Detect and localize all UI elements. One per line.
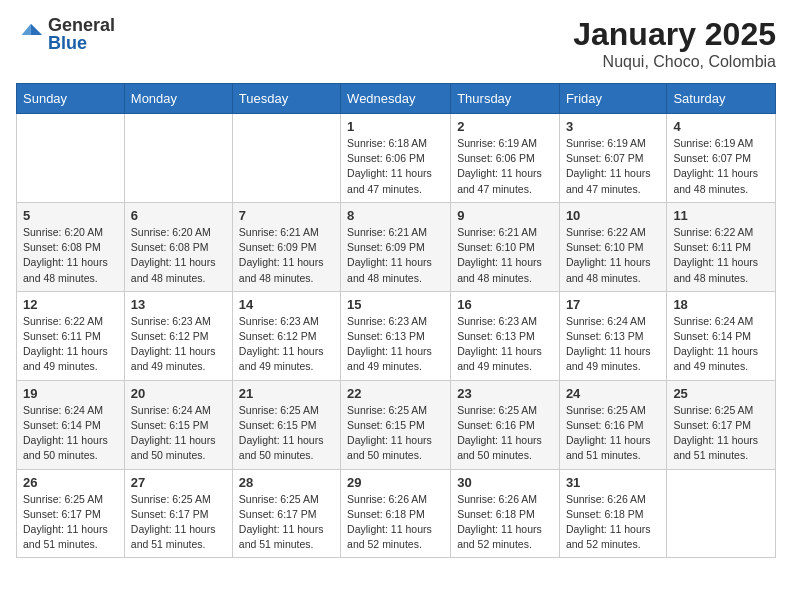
day-info: Sunrise: 6:22 AM Sunset: 6:10 PM Dayligh…	[566, 225, 661, 286]
day-number: 2	[457, 119, 553, 134]
calendar-header: SundayMondayTuesdayWednesdayThursdayFrid…	[17, 84, 776, 114]
day-number: 24	[566, 386, 661, 401]
day-info: Sunrise: 6:23 AM Sunset: 6:13 PM Dayligh…	[457, 314, 553, 375]
day-info: Sunrise: 6:24 AM Sunset: 6:14 PM Dayligh…	[23, 403, 118, 464]
day-number: 10	[566, 208, 661, 223]
day-number: 9	[457, 208, 553, 223]
calendar-day-28: 28Sunrise: 6:25 AM Sunset: 6:17 PM Dayli…	[232, 469, 340, 558]
day-info: Sunrise: 6:25 AM Sunset: 6:15 PM Dayligh…	[347, 403, 444, 464]
day-number: 20	[131, 386, 226, 401]
day-number: 28	[239, 475, 334, 490]
day-info: Sunrise: 6:25 AM Sunset: 6:16 PM Dayligh…	[566, 403, 661, 464]
calendar-day-3: 3Sunrise: 6:19 AM Sunset: 6:07 PM Daylig…	[559, 114, 667, 203]
calendar-day-25: 25Sunrise: 6:25 AM Sunset: 6:17 PM Dayli…	[667, 380, 776, 469]
calendar-day-9: 9Sunrise: 6:21 AM Sunset: 6:10 PM Daylig…	[451, 202, 560, 291]
calendar-day-31: 31Sunrise: 6:26 AM Sunset: 6:18 PM Dayli…	[559, 469, 667, 558]
calendar-week-row: 5Sunrise: 6:20 AM Sunset: 6:08 PM Daylig…	[17, 202, 776, 291]
day-number: 25	[673, 386, 769, 401]
calendar-day-13: 13Sunrise: 6:23 AM Sunset: 6:12 PM Dayli…	[124, 291, 232, 380]
calendar-day-24: 24Sunrise: 6:25 AM Sunset: 6:16 PM Dayli…	[559, 380, 667, 469]
logo-general-text: General	[48, 16, 115, 34]
calendar-week-row: 19Sunrise: 6:24 AM Sunset: 6:14 PM Dayli…	[17, 380, 776, 469]
calendar-day-7: 7Sunrise: 6:21 AM Sunset: 6:09 PM Daylig…	[232, 202, 340, 291]
logo-text: General Blue	[48, 16, 115, 52]
svg-marker-0	[31, 24, 42, 35]
day-info: Sunrise: 6:25 AM Sunset: 6:17 PM Dayligh…	[673, 403, 769, 464]
calendar-day-14: 14Sunrise: 6:23 AM Sunset: 6:12 PM Dayli…	[232, 291, 340, 380]
calendar-day-22: 22Sunrise: 6:25 AM Sunset: 6:15 PM Dayli…	[341, 380, 451, 469]
day-info: Sunrise: 6:21 AM Sunset: 6:09 PM Dayligh…	[347, 225, 444, 286]
calendar-day-21: 21Sunrise: 6:25 AM Sunset: 6:15 PM Dayli…	[232, 380, 340, 469]
day-number: 14	[239, 297, 334, 312]
weekday-header-wednesday: Wednesday	[341, 84, 451, 114]
weekday-header-tuesday: Tuesday	[232, 84, 340, 114]
day-info: Sunrise: 6:24 AM Sunset: 6:13 PM Dayligh…	[566, 314, 661, 375]
day-number: 7	[239, 208, 334, 223]
day-info: Sunrise: 6:23 AM Sunset: 6:12 PM Dayligh…	[239, 314, 334, 375]
day-info: Sunrise: 6:23 AM Sunset: 6:13 PM Dayligh…	[347, 314, 444, 375]
calendar-day-20: 20Sunrise: 6:24 AM Sunset: 6:15 PM Dayli…	[124, 380, 232, 469]
day-number: 6	[131, 208, 226, 223]
calendar-subtitle: Nuqui, Choco, Colombia	[573, 53, 776, 71]
day-info: Sunrise: 6:25 AM Sunset: 6:16 PM Dayligh…	[457, 403, 553, 464]
calendar-table: SundayMondayTuesdayWednesdayThursdayFrid…	[16, 83, 776, 558]
calendar-day-12: 12Sunrise: 6:22 AM Sunset: 6:11 PM Dayli…	[17, 291, 125, 380]
calendar-day-4: 4Sunrise: 6:19 AM Sunset: 6:07 PM Daylig…	[667, 114, 776, 203]
day-number: 31	[566, 475, 661, 490]
day-info: Sunrise: 6:19 AM Sunset: 6:07 PM Dayligh…	[566, 136, 661, 197]
calendar-day-18: 18Sunrise: 6:24 AM Sunset: 6:14 PM Dayli…	[667, 291, 776, 380]
day-number: 26	[23, 475, 118, 490]
day-number: 15	[347, 297, 444, 312]
day-number: 30	[457, 475, 553, 490]
day-number: 3	[566, 119, 661, 134]
day-number: 23	[457, 386, 553, 401]
logo: General Blue	[16, 16, 115, 52]
day-number: 19	[23, 386, 118, 401]
weekday-header-monday: Monday	[124, 84, 232, 114]
day-info: Sunrise: 6:18 AM Sunset: 6:06 PM Dayligh…	[347, 136, 444, 197]
day-info: Sunrise: 6:26 AM Sunset: 6:18 PM Dayligh…	[457, 492, 553, 553]
calendar-empty-cell	[667, 469, 776, 558]
calendar-day-2: 2Sunrise: 6:19 AM Sunset: 6:06 PM Daylig…	[451, 114, 560, 203]
day-info: Sunrise: 6:25 AM Sunset: 6:17 PM Dayligh…	[239, 492, 334, 553]
calendar-day-5: 5Sunrise: 6:20 AM Sunset: 6:08 PM Daylig…	[17, 202, 125, 291]
day-number: 22	[347, 386, 444, 401]
day-number: 21	[239, 386, 334, 401]
calendar-day-1: 1Sunrise: 6:18 AM Sunset: 6:06 PM Daylig…	[341, 114, 451, 203]
calendar-day-17: 17Sunrise: 6:24 AM Sunset: 6:13 PM Dayli…	[559, 291, 667, 380]
svg-marker-1	[22, 24, 31, 35]
weekday-header-sunday: Sunday	[17, 84, 125, 114]
calendar-day-19: 19Sunrise: 6:24 AM Sunset: 6:14 PM Dayli…	[17, 380, 125, 469]
day-info: Sunrise: 6:20 AM Sunset: 6:08 PM Dayligh…	[131, 225, 226, 286]
calendar-week-row: 1Sunrise: 6:18 AM Sunset: 6:06 PM Daylig…	[17, 114, 776, 203]
day-info: Sunrise: 6:26 AM Sunset: 6:18 PM Dayligh…	[566, 492, 661, 553]
logo-blue-text: Blue	[48, 34, 115, 52]
day-number: 11	[673, 208, 769, 223]
calendar-day-15: 15Sunrise: 6:23 AM Sunset: 6:13 PM Dayli…	[341, 291, 451, 380]
day-info: Sunrise: 6:26 AM Sunset: 6:18 PM Dayligh…	[347, 492, 444, 553]
calendar-week-row: 26Sunrise: 6:25 AM Sunset: 6:17 PM Dayli…	[17, 469, 776, 558]
calendar-empty-cell	[124, 114, 232, 203]
day-info: Sunrise: 6:24 AM Sunset: 6:15 PM Dayligh…	[131, 403, 226, 464]
title-block: January 2025 Nuqui, Choco, Colombia	[573, 16, 776, 71]
logo-icon	[16, 20, 44, 48]
day-info: Sunrise: 6:20 AM Sunset: 6:08 PM Dayligh…	[23, 225, 118, 286]
day-number: 1	[347, 119, 444, 134]
day-number: 12	[23, 297, 118, 312]
weekday-header-saturday: Saturday	[667, 84, 776, 114]
calendar-empty-cell	[17, 114, 125, 203]
day-info: Sunrise: 6:22 AM Sunset: 6:11 PM Dayligh…	[673, 225, 769, 286]
calendar-day-29: 29Sunrise: 6:26 AM Sunset: 6:18 PM Dayli…	[341, 469, 451, 558]
day-info: Sunrise: 6:25 AM Sunset: 6:17 PM Dayligh…	[131, 492, 226, 553]
calendar-week-row: 12Sunrise: 6:22 AM Sunset: 6:11 PM Dayli…	[17, 291, 776, 380]
day-number: 17	[566, 297, 661, 312]
day-number: 27	[131, 475, 226, 490]
weekday-header-thursday: Thursday	[451, 84, 560, 114]
calendar-title: January 2025	[573, 16, 776, 53]
day-info: Sunrise: 6:22 AM Sunset: 6:11 PM Dayligh…	[23, 314, 118, 375]
day-number: 13	[131, 297, 226, 312]
calendar-day-6: 6Sunrise: 6:20 AM Sunset: 6:08 PM Daylig…	[124, 202, 232, 291]
calendar-day-26: 26Sunrise: 6:25 AM Sunset: 6:17 PM Dayli…	[17, 469, 125, 558]
day-info: Sunrise: 6:25 AM Sunset: 6:17 PM Dayligh…	[23, 492, 118, 553]
day-info: Sunrise: 6:25 AM Sunset: 6:15 PM Dayligh…	[239, 403, 334, 464]
